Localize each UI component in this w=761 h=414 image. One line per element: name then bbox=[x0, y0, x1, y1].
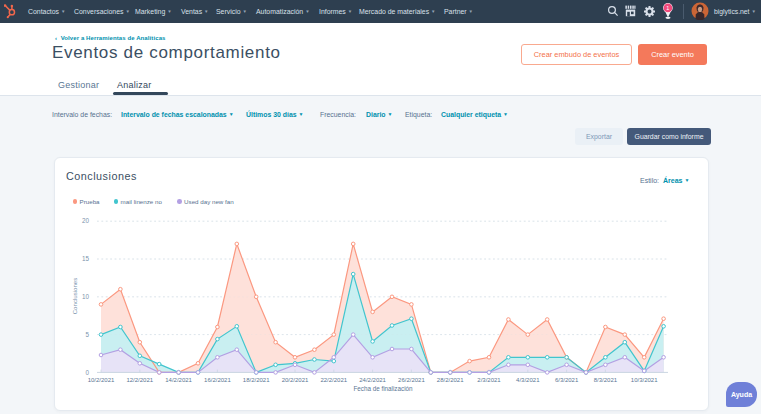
svg-text:15: 15 bbox=[82, 255, 90, 262]
svg-text:20/2/2021: 20/2/2021 bbox=[282, 377, 309, 383]
svg-text:10: 10 bbox=[82, 293, 90, 300]
svg-text:Conclusiones: Conclusiones bbox=[71, 278, 78, 315]
svg-text:22/2/2021: 22/2/2021 bbox=[320, 377, 347, 383]
svg-text:26/2/2021: 26/2/2021 bbox=[398, 377, 425, 383]
svg-text:10/3/2021: 10/3/2021 bbox=[631, 377, 658, 383]
svg-text:0: 0 bbox=[85, 369, 89, 376]
svg-text:5: 5 bbox=[85, 331, 89, 338]
svg-text:8/3/2021: 8/3/2021 bbox=[594, 377, 618, 383]
svg-text:4/3/2021: 4/3/2021 bbox=[516, 377, 540, 383]
svg-text:24/2/2021: 24/2/2021 bbox=[359, 377, 386, 383]
svg-text:20: 20 bbox=[82, 217, 90, 224]
svg-text:18/2/2021: 18/2/2021 bbox=[243, 377, 270, 383]
svg-text:16/2/2021: 16/2/2021 bbox=[204, 377, 231, 383]
svg-text:6/3/2021: 6/3/2021 bbox=[555, 377, 579, 383]
svg-text:2/3/2021: 2/3/2021 bbox=[477, 377, 501, 383]
svg-text:28/2/2021: 28/2/2021 bbox=[437, 377, 464, 383]
svg-text:14/2/2021: 14/2/2021 bbox=[165, 377, 192, 383]
svg-text:10/2/2021: 10/2/2021 bbox=[88, 377, 115, 383]
svg-text:Fecha de finalización: Fecha de finalización bbox=[353, 385, 413, 392]
svg-text:12/2/2021: 12/2/2021 bbox=[126, 377, 153, 383]
